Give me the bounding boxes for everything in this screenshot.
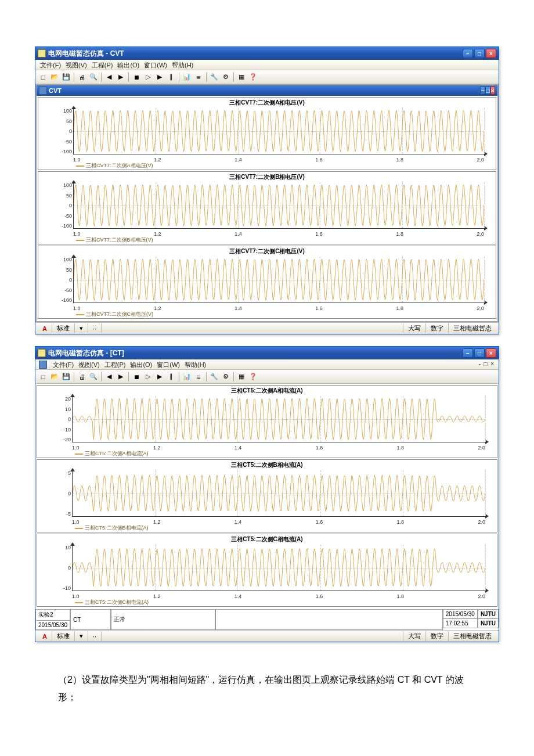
status-num: 数字 bbox=[425, 631, 448, 641]
toolbar-button[interactable]: ⚙ bbox=[221, 72, 231, 82]
chart-title: 三相CT5:二次侧B相电流(A) bbox=[37, 460, 497, 469]
menu-view[interactable]: 视图(V) bbox=[77, 361, 101, 368]
status-mode-indicator: A bbox=[38, 631, 52, 641]
chart-title: 三相CT5:二次侧A相电流(A) bbox=[37, 386, 497, 395]
chart-title: 三相CVT7:二次侧A相电压(V) bbox=[38, 98, 496, 107]
chart-title: 三相CVT7:二次侧B相电压(V) bbox=[38, 172, 496, 181]
toolbar-button[interactable]: 🖨 bbox=[77, 72, 87, 82]
menu-view[interactable]: 视图(V) bbox=[64, 61, 88, 69]
toolbar-button[interactable]: ▶ bbox=[154, 72, 165, 82]
toolbar-button[interactable]: 💾 bbox=[61, 372, 71, 382]
chart-legend: 三相CVT7:二次侧C相电压(V) bbox=[76, 311, 153, 318]
status-caps: 大写 bbox=[403, 631, 425, 641]
mdi-child-cvt: CVT − □ × 三相CVT7:二次侧A相电压(V)100500-50-100… bbox=[37, 85, 497, 321]
menu-file[interactable]: 文件(F) bbox=[39, 61, 62, 69]
toolbar-button[interactable]: ⏹ bbox=[131, 72, 142, 82]
close-button[interactable]: × bbox=[486, 348, 496, 358]
close-button[interactable]: × bbox=[486, 49, 496, 58]
info-device: CT bbox=[70, 610, 111, 630]
charts-area-cvt: 三相CVT7:二次侧A相电压(V)100500-50-1001.01.21.41… bbox=[37, 96, 497, 321]
info-timestamp-time: 17:02:55 bbox=[443, 619, 478, 628]
chart-title: 三相CVT7:二次侧C相电压(V) bbox=[38, 246, 496, 255]
charts-area-ct: www.bdocx.com 三相CT5:二次侧A相电流(A)20100-10-2… bbox=[35, 384, 499, 609]
title-bar[interactable]: 电网电磁暂态仿真 - [CT] − □ × bbox=[35, 347, 499, 359]
menu-help[interactable]: 帮助(H) bbox=[171, 61, 194, 69]
status-btn2[interactable]: ·· bbox=[88, 631, 101, 641]
menu-help[interactable]: 帮助(H) bbox=[183, 361, 207, 368]
app-icon bbox=[38, 349, 46, 357]
maximize-button[interactable]: □ bbox=[474, 49, 485, 58]
toolbar-button[interactable]: 🖨 bbox=[77, 372, 87, 382]
toolbar-button[interactable]: ∥ bbox=[166, 72, 176, 82]
menu-file[interactable]: 文件(F) bbox=[52, 361, 75, 368]
toolbar-button[interactable]: 🔧 bbox=[209, 72, 219, 82]
child-maximize-button[interactable]: □ bbox=[485, 87, 490, 95]
child-minimize-button[interactable]: − bbox=[480, 87, 485, 95]
toolbar-button[interactable]: ▷ bbox=[143, 372, 153, 382]
toolbar-button[interactable]: ▦ bbox=[236, 372, 247, 382]
toolbar-button[interactable]: ◀ bbox=[104, 72, 114, 82]
child-close-button[interactable]: × bbox=[490, 87, 495, 95]
app-window-ct: 电网电磁暂态仿真 - [CT] − □ × 文件(F) 视图(V) 工程(P) … bbox=[35, 346, 499, 642]
toolbar-button[interactable]: ≡ bbox=[193, 72, 204, 82]
status-bar: A 标准 ▾ ·· 大写 数字 三相电磁暂态 bbox=[35, 630, 499, 642]
info-table: 实验2 2015/05/30 CT 正常 2015/05/30 17:02:55… bbox=[35, 609, 499, 630]
mdi-icon bbox=[39, 87, 47, 95]
toolbar-button[interactable]: ❓ bbox=[248, 72, 258, 82]
toolbar-button[interactable]: ∥ bbox=[166, 372, 176, 382]
toolbar-button[interactable]: 🔍 bbox=[88, 72, 99, 82]
status-btn1[interactable]: ▾ bbox=[74, 323, 88, 333]
chart-panel[interactable]: 三相CVT7:二次侧B相电压(V)100500-50-1001.01.21.41… bbox=[38, 171, 496, 244]
toolbar-button[interactable]: 🔍 bbox=[88, 372, 99, 382]
toolbar-button[interactable]: ⚙ bbox=[221, 372, 231, 382]
info-state: 正常 bbox=[111, 610, 215, 630]
toolbar-button[interactable]: ◀ bbox=[104, 372, 114, 382]
toolbar-button[interactable]: 📊 bbox=[182, 372, 192, 382]
toolbar-button[interactable]: 📊 bbox=[182, 72, 192, 82]
chart-panel[interactable]: 三相CT5:二次侧A相电流(A)20100-10-201.01.21.41.61… bbox=[37, 385, 497, 458]
chart-panel[interactable]: 三相CVT7:二次侧A相电压(V)100500-50-1001.01.21.41… bbox=[38, 97, 496, 170]
minimize-button[interactable]: − bbox=[463, 49, 473, 58]
toolbar-button[interactable]: ≡ bbox=[193, 372, 204, 382]
child-title-bar[interactable]: CVT − □ × bbox=[37, 85, 497, 96]
status-mode-label: 三相电磁暂态 bbox=[448, 631, 496, 641]
menu-window[interactable]: 窗口(W) bbox=[156, 361, 181, 368]
chart-panel[interactable]: 三相CT5:二次侧B相电流(A)50-51.01.21.41.61.82.0三相… bbox=[37, 459, 497, 532]
info-org-1: NJTU bbox=[478, 610, 499, 619]
toolbar-button[interactable]: 💾 bbox=[61, 72, 71, 82]
mdi-child-icon[interactable] bbox=[39, 361, 47, 369]
status-mode-indicator: A bbox=[38, 323, 52, 333]
mdi-restore-button[interactable]: - □ × bbox=[478, 361, 495, 368]
toolbar-button[interactable]: ▶ bbox=[116, 372, 126, 382]
chart-panel[interactable]: 三相CT5:二次侧C相电流(A)100-101.01.21.41.61.82.0… bbox=[37, 534, 497, 607]
status-num: 数字 bbox=[425, 323, 448, 333]
menu-project[interactable]: 工程(P) bbox=[91, 61, 114, 69]
toolbar-button[interactable]: □ bbox=[38, 72, 48, 82]
toolbar-button[interactable]: ⏹ bbox=[131, 372, 142, 382]
toolbar-button[interactable]: □ bbox=[38, 372, 48, 382]
toolbar: □📂💾🖨🔍◀▶⏹▷▶∥📊≡🔧⚙▦❓ bbox=[35, 70, 499, 84]
toolbar-button[interactable]: ❓ bbox=[248, 372, 258, 382]
info-experiment: 实验2 bbox=[35, 610, 70, 621]
toolbar-button[interactable]: 🔧 bbox=[209, 372, 219, 382]
status-caps: 大写 bbox=[403, 323, 425, 333]
window-title: 电网电磁暂态仿真 - CVT bbox=[48, 49, 124, 59]
maximize-button[interactable]: □ bbox=[474, 348, 485, 358]
toolbar-button[interactable]: 📂 bbox=[49, 72, 60, 82]
chart-panel[interactable]: 三相CVT7:二次侧C相电压(V)100500-50-1001.01.21.41… bbox=[38, 246, 496, 319]
menu-project[interactable]: 工程(P) bbox=[103, 361, 127, 368]
menu-output[interactable]: 输出(O) bbox=[129, 361, 153, 368]
chart-legend: 三相CVT7:二次侧A相电压(V) bbox=[76, 162, 153, 170]
toolbar-button[interactable]: ▦ bbox=[236, 72, 247, 82]
toolbar-button[interactable]: ▶ bbox=[154, 372, 165, 382]
chart-legend: 三相CVT7:二次侧B相电压(V) bbox=[76, 236, 153, 244]
minimize-button[interactable]: − bbox=[463, 348, 473, 358]
menu-window[interactable]: 窗口(W) bbox=[143, 61, 168, 69]
status-btn1[interactable]: ▾ bbox=[74, 631, 88, 641]
toolbar-button[interactable]: 📂 bbox=[49, 372, 60, 382]
toolbar-button[interactable]: ▶ bbox=[116, 72, 126, 82]
status-btn2[interactable]: ·· bbox=[88, 323, 101, 333]
menu-output[interactable]: 输出(O) bbox=[116, 61, 140, 69]
toolbar-button[interactable]: ▷ bbox=[143, 72, 153, 82]
title-bar[interactable]: 电网电磁暂态仿真 - CVT − □ × bbox=[35, 47, 499, 60]
